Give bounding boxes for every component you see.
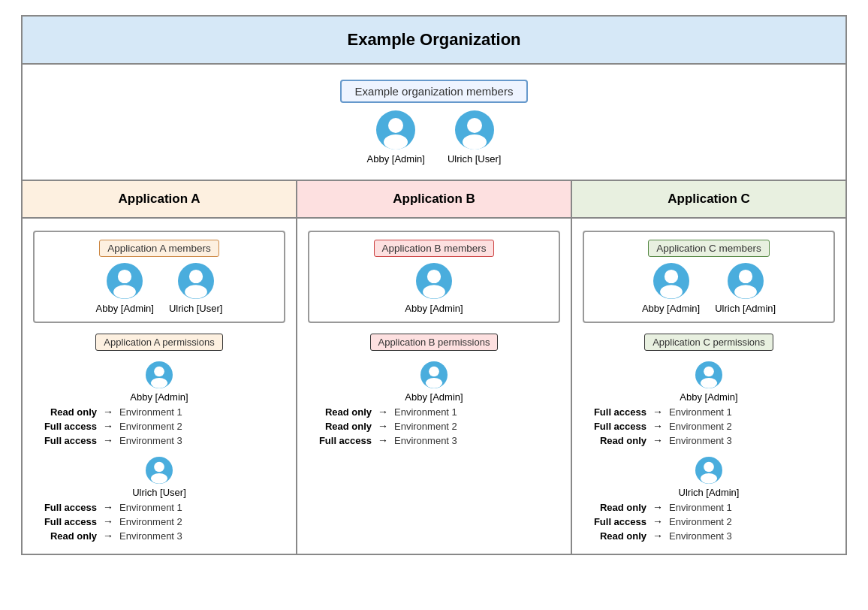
app-c-members-label: Application C members — [648, 240, 770, 257]
org-member-abby-label: Abby [Admin] — [367, 153, 425, 165]
svg-point-14 — [151, 378, 167, 388]
perm-arrow-icon: → — [378, 406, 388, 418]
apps-row: Application AApplication A membersAbby [… — [23, 181, 845, 554]
perm-row: Full access→Environment 2 — [583, 420, 835, 432]
app-c-member: Ulrich [Admin] — [715, 263, 776, 314]
svg-point-28 — [739, 270, 752, 283]
perm-arrow-icon: → — [653, 530, 663, 542]
perm-env-label: Environment 1 — [669, 406, 732, 418]
svg-point-11 — [185, 285, 207, 298]
app-c-member: Abby [Admin] — [642, 263, 700, 314]
perm-access-label: Read only — [308, 406, 372, 418]
app-column-c: Application CApplication C membersAbby [… — [572, 181, 845, 554]
org-members-section: Example organization members Abby [Admin… — [23, 65, 845, 181]
perm-row: Full access→Environment 3 — [308, 434, 560, 446]
perm-arrow-icon: → — [103, 501, 113, 513]
perm-arrow-icon: → — [103, 420, 113, 432]
app-a-member: Abby [Admin] — [96, 263, 154, 314]
avatar-icon — [416, 263, 452, 299]
perm-rows: Read only→Environment 1Full access→Envir… — [33, 406, 285, 446]
svg-point-32 — [701, 378, 717, 388]
svg-point-26 — [660, 285, 683, 298]
perm-arrow-icon: → — [653, 515, 663, 527]
app-a-body: Application A membersAbby [Admin]Ulrich … — [23, 219, 296, 554]
app-c-header: Application C — [572, 181, 845, 219]
perm-row: Read only→Environment 3 — [33, 530, 285, 542]
svg-point-2 — [384, 134, 408, 149]
perm-user-label: Abby [Admin] — [405, 391, 463, 403]
perm-access-label: Full access — [33, 502, 97, 513]
perm-row: Full access→Environment 2 — [583, 515, 835, 527]
avatar-icon — [146, 361, 173, 388]
perm-arrow-icon: → — [103, 434, 113, 446]
perm-access-label: Read only — [583, 435, 646, 446]
org-header: Example Organization — [23, 17, 845, 65]
perm-user-label: Ulrich [Admin] — [679, 487, 740, 498]
perm-access-label: Read only — [583, 502, 646, 513]
app-c-perm-user: Abby [Admin]Full access→Environment 1Ful… — [583, 361, 835, 446]
perm-user-label: Abby [Admin] — [680, 391, 737, 403]
svg-point-1 — [388, 118, 403, 133]
perm-arrow-icon: → — [103, 530, 113, 542]
perm-access-label: Full access — [33, 516, 97, 527]
avatar-icon — [695, 361, 722, 388]
main-container: Example Organization Example organizatio… — [21, 15, 847, 555]
perm-rows: Full access→Environment 1Full access→Env… — [583, 406, 835, 446]
perm-env-label: Environment 2 — [394, 421, 457, 432]
svg-point-20 — [423, 285, 445, 298]
svg-point-23 — [426, 378, 442, 388]
member-label: Ulrich [User] — [169, 303, 223, 314]
perm-env-label: Environment 1 — [669, 502, 732, 513]
org-members-label: Example organization members — [340, 80, 529, 103]
perm-access-label: Full access — [308, 435, 372, 446]
perm-env-label: Environment 2 — [669, 421, 732, 432]
perm-arrow-icon: → — [378, 434, 388, 446]
app-c-permissions-label: Application C permissions — [644, 334, 773, 351]
org-member-ulrich-label: Ulrich [User] — [448, 153, 502, 165]
member-label: Ulrich [Admin] — [715, 303, 776, 314]
org-members-avatars: Abby [Admin] Ulrich [User] — [367, 110, 502, 165]
svg-point-16 — [154, 462, 164, 473]
member-label: Abby [Admin] — [642, 303, 700, 314]
svg-point-35 — [701, 473, 717, 484]
svg-point-19 — [427, 270, 441, 283]
perm-user-label: Abby [Admin] — [130, 391, 188, 403]
perm-access-label: Full access — [583, 421, 646, 432]
app-b-permissions-label: Application B permissions — [370, 334, 499, 351]
app-a-members-box: Application A membersAbby [Admin]Ulrich … — [33, 231, 285, 323]
svg-point-8 — [113, 285, 136, 298]
app-b-members-box: Application B membersAbby [Admin] — [308, 231, 560, 323]
app-c-members-box: Application C membersAbby [Admin]Ulrich … — [583, 231, 835, 323]
app-a-members-label: Application A members — [99, 240, 219, 257]
perm-row: Read only→Environment 2 — [308, 420, 560, 432]
perm-access-label: Read only — [583, 530, 646, 542]
perm-row: Full access→Environment 2 — [33, 420, 285, 432]
app-column-a: Application AApplication A membersAbby [… — [23, 181, 297, 554]
avatar-icon-abby — [376, 110, 415, 149]
perm-access-label: Read only — [33, 530, 97, 542]
app-c-body: Application C membersAbby [Admin]Ulrich … — [572, 219, 845, 554]
svg-point-31 — [704, 367, 714, 377]
perm-arrow-icon: → — [653, 406, 663, 418]
svg-point-5 — [463, 134, 487, 149]
perm-row: Full access→Environment 2 — [33, 515, 285, 527]
perm-env-label: Environment 2 — [669, 516, 732, 527]
perm-access-label: Full access — [33, 421, 97, 432]
svg-point-17 — [151, 473, 167, 484]
svg-point-10 — [189, 270, 203, 283]
svg-point-34 — [704, 462, 714, 473]
perm-env-label: Environment 1 — [119, 406, 182, 418]
svg-point-22 — [429, 367, 439, 377]
avatar-icon — [695, 457, 722, 484]
svg-point-13 — [154, 367, 164, 377]
avatar-icon — [178, 263, 214, 299]
perm-env-label: Environment 2 — [119, 516, 182, 527]
perm-access-label: Full access — [33, 435, 97, 446]
perm-row: Full access→Environment 1 — [583, 406, 835, 418]
app-b-body: Application B membersAbby [Admin]Applica… — [297, 219, 571, 458]
app-a-perm-user: Abby [Admin]Read only→Environment 1Full … — [33, 361, 285, 446]
avatar-icon — [146, 457, 173, 484]
avatar-icon — [653, 263, 689, 299]
app-a-header: Application A — [23, 181, 296, 219]
avatar-icon — [107, 263, 143, 299]
